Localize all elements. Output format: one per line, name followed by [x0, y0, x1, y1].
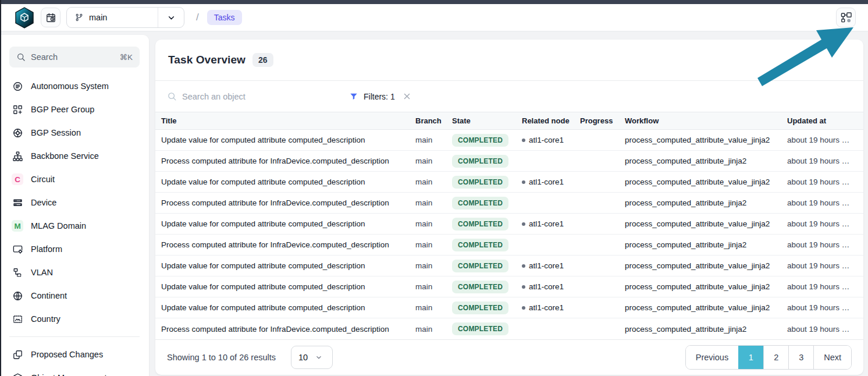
- chevron-down-icon: [166, 13, 176, 23]
- sidebar-item-mlag-domain[interactable]: MMLAG Domain: [0, 214, 149, 237]
- sidebar-item-autonomous-system[interactable]: Autonomous System: [0, 75, 149, 98]
- state-badge: COMPLETED: [452, 176, 508, 189]
- sidebar-item-label: Device: [31, 198, 56, 207]
- column-header-title: Title: [161, 116, 415, 125]
- state-cell: COMPLETED: [452, 239, 522, 251]
- app-logo-icon[interactable]: [14, 6, 35, 29]
- clear-filters-icon[interactable]: [403, 92, 411, 101]
- task-title-cell: Process computed attribute for InfraDevi…: [161, 240, 415, 249]
- next-page-button[interactable]: Next: [813, 346, 851, 369]
- breadcrumb-tasks-link[interactable]: Tasks: [207, 10, 242, 25]
- related-node-cell: atl1-core1: [522, 178, 580, 186]
- state-cell: COMPLETED: [452, 155, 522, 168]
- branch-dropdown-toggle[interactable]: [158, 8, 184, 27]
- sidebar-item-device[interactable]: Device: [0, 191, 149, 214]
- updated-at-cell: about 19 hours ago: [787, 198, 858, 207]
- vlan-icon: [12, 267, 23, 278]
- branch-cell: main: [415, 157, 452, 165]
- branch-cell: main: [415, 136, 452, 144]
- branch-selector[interactable]: main: [66, 7, 184, 28]
- table-row[interactable]: Update value for computed attribute comp…: [155, 256, 863, 276]
- object-search-input[interactable]: [182, 92, 281, 101]
- updated-at-cell: about 19 hours ago: [787, 240, 858, 249]
- sidebar-item-platform[interactable]: Platform: [0, 237, 149, 261]
- top-header: main / Tasks: [0, 4, 868, 31]
- column-header-related-node: Related node: [522, 116, 580, 125]
- filters-count-label[interactable]: Filters: 1: [364, 92, 395, 101]
- table-row[interactable]: Update value for computed attribute comp…: [155, 130, 863, 151]
- table-row[interactable]: Process computed attribute for InfraDevi…: [155, 151, 863, 172]
- continent-icon: [12, 290, 23, 301]
- branch-cell: main: [415, 240, 452, 249]
- table-row[interactable]: Process computed attribute for InfraDevi…: [155, 193, 863, 214]
- task-title-cell: Update value for computed attribute comp…: [161, 178, 415, 186]
- results-summary: Showing 1 to 10 of 26 results: [167, 353, 276, 362]
- state-badge: COMPLETED: [452, 281, 508, 293]
- updated-at-cell: about 19 hours ago: [787, 178, 858, 186]
- bgp-peer-group-icon: [12, 104, 23, 115]
- branch-cell: main: [415, 261, 452, 270]
- state-cell: COMPLETED: [452, 218, 522, 230]
- sidebar-item-continent[interactable]: Continent: [0, 284, 149, 307]
- column-header-progress: Progress: [580, 116, 625, 125]
- page-title: Task Overview: [168, 54, 246, 66]
- sidebar: Search ⌘K Autonomous SystemBGP Peer Grou…: [0, 35, 149, 376]
- state-cell: COMPLETED: [452, 322, 522, 335]
- task-title-cell: Process computed attribute for InfraDevi…: [161, 198, 415, 207]
- sidebar-item-country[interactable]: Country: [0, 307, 149, 331]
- state-badge: COMPLETED: [452, 197, 508, 210]
- filters-group[interactable]: Filters: 1: [349, 92, 411, 101]
- window-left-edge: [0, 0, 1, 376]
- state-badge: COMPLETED: [452, 322, 508, 335]
- column-header-state: State: [452, 116, 522, 125]
- platform-icon: [12, 243, 23, 255]
- state-badge: COMPLETED: [452, 260, 508, 272]
- page-button-1[interactable]: 1: [738, 346, 763, 369]
- time-travel-calendar-button[interactable]: [41, 8, 61, 27]
- sidebar-search[interactable]: Search ⌘K: [9, 47, 140, 68]
- state-cell: COMPLETED: [452, 301, 522, 314]
- page-content: Search ⌘K Autonomous SystemBGP Peer Grou…: [0, 31, 868, 376]
- table-row[interactable]: Update value for computed attribute comp…: [155, 276, 863, 297]
- sidebar-search-shortcut: ⌘K: [119, 52, 133, 62]
- circuit-letter-icon: C: [12, 173, 23, 185]
- state-cell: COMPLETED: [452, 197, 522, 210]
- sidebar-item-object-management[interactable]: Object Management: [0, 366, 149, 376]
- window-top-strip: [0, 0, 868, 4]
- filter-bar: Filters: 1: [155, 81, 863, 112]
- workflow-cell: process_computed_attribute_jinja2: [625, 157, 787, 165]
- breadcrumb-separator: /: [196, 12, 199, 23]
- page-button-3[interactable]: 3: [788, 346, 813, 369]
- updated-at-cell: about 19 hours ago: [787, 157, 858, 165]
- previous-page-button[interactable]: Previous: [686, 346, 738, 369]
- branch-selector-value[interactable]: main: [67, 8, 158, 27]
- workflow-cell: process_computed_attribute_jinja2: [625, 198, 787, 207]
- page-button-2[interactable]: 2: [763, 346, 788, 369]
- schema-visualizer-button[interactable]: [836, 8, 856, 27]
- sidebar-nav: Autonomous SystemBGP Peer GroupBGP Sessi…: [0, 75, 149, 331]
- task-title-cell: Update value for computed attribute comp…: [161, 261, 415, 270]
- workflow-cell: process_computed_attribute_jinja2: [625, 325, 787, 334]
- sidebar-item-backbone-service[interactable]: Backbone Service: [0, 144, 149, 168]
- updated-at-cell: about 19 hours ago: [787, 303, 858, 312]
- table-row[interactable]: Update value for computed attribute comp…: [155, 214, 863, 235]
- state-cell: COMPLETED: [452, 134, 522, 147]
- related-node-cell: atl1-core1: [522, 219, 580, 228]
- task-title-cell: Update value for computed attribute comp…: [161, 136, 415, 144]
- sidebar-item-circuit[interactable]: CCircuit: [0, 168, 149, 191]
- table-row[interactable]: Update value for computed attribute comp…: [155, 172, 863, 193]
- page-size-select[interactable]: 10: [291, 346, 333, 369]
- sidebar-item-proposed-changes[interactable]: Proposed Changes: [0, 343, 149, 366]
- sidebar-item-bgp-peer-group[interactable]: BGP Peer Group: [0, 98, 149, 121]
- state-cell: COMPLETED: [452, 281, 522, 293]
- table-row[interactable]: Process computed attribute for InfraDevi…: [155, 235, 863, 256]
- workflow-cell: process_computed_attribute_jinja2: [625, 240, 787, 249]
- table-row[interactable]: Update value for computed attribute comp…: [155, 297, 863, 318]
- sidebar-item-label: VLAN: [31, 268, 53, 277]
- column-header-branch: Branch: [415, 116, 452, 125]
- table-row[interactable]: Process computed attribute for InfraDevi…: [155, 318, 863, 339]
- object-search[interactable]: [167, 91, 292, 101]
- sidebar-item-bgp-session[interactable]: BGP Session: [0, 121, 149, 144]
- task-title-cell: Update value for computed attribute comp…: [161, 303, 415, 312]
- sidebar-item-vlan[interactable]: VLAN: [0, 261, 149, 284]
